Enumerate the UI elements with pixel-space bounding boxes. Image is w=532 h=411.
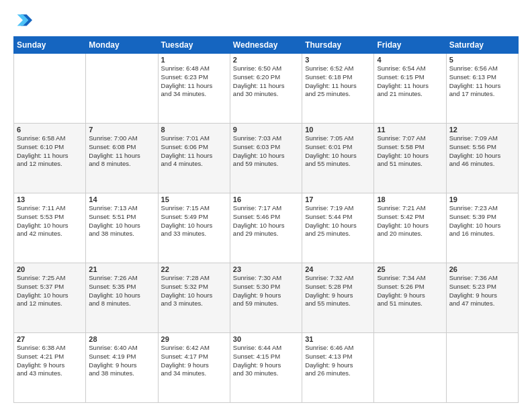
- day-number: 6: [17, 126, 83, 134]
- day-info: Sunrise: 7:00 AM Sunset: 6:08 PM Dayligh…: [89, 134, 154, 169]
- day-info: Sunrise: 6:52 AM Sunset: 6:18 PM Dayligh…: [305, 64, 371, 99]
- day-info: Sunrise: 7:30 AM Sunset: 5:30 PM Dayligh…: [233, 274, 299, 308]
- day-number: 22: [161, 265, 227, 273]
- calendar-cell: 19Sunrise: 7:23 AM Sunset: 5:39 PM Dayli…: [446, 193, 518, 263]
- day-info: Sunrise: 7:19 AM Sunset: 5:44 PM Dayligh…: [305, 204, 371, 238]
- day-number: 20: [17, 265, 83, 273]
- day-number: 17: [305, 195, 371, 203]
- calendar-cell: 26Sunrise: 7:36 AM Sunset: 5:23 PM Dayli…: [446, 263, 518, 333]
- day-number: 18: [377, 195, 443, 203]
- week-row-2: 6Sunrise: 6:58 AM Sunset: 6:10 PM Daylig…: [14, 124, 519, 193]
- calendar-cell: 16Sunrise: 7:17 AM Sunset: 5:46 PM Dayli…: [230, 193, 302, 263]
- day-header-tuesday: Tuesday: [158, 37, 230, 54]
- day-number: 24: [305, 265, 371, 273]
- calendar-cell: 4Sunrise: 6:54 AM Sunset: 6:15 PM Daylig…: [374, 54, 446, 124]
- day-info: Sunrise: 7:28 AM Sunset: 5:32 PM Dayligh…: [161, 274, 227, 308]
- day-number: 19: [449, 195, 515, 203]
- calendar-cell: 2Sunrise: 6:50 AM Sunset: 6:20 PM Daylig…: [230, 54, 302, 124]
- day-number: 1: [161, 56, 227, 64]
- day-info: Sunrise: 6:46 AM Sunset: 4:13 PM Dayligh…: [305, 344, 371, 378]
- day-info: Sunrise: 7:15 AM Sunset: 5:49 PM Dayligh…: [161, 204, 227, 238]
- day-number: 14: [89, 195, 154, 203]
- calendar-cell: 8Sunrise: 7:01 AM Sunset: 6:06 PM Daylig…: [158, 124, 230, 193]
- calendar-table: SundayMondayTuesdayWednesdayThursdayFrid…: [13, 36, 519, 403]
- day-header-friday: Friday: [374, 37, 446, 54]
- week-row-1: 1Sunrise: 6:48 AM Sunset: 6:23 PM Daylig…: [14, 54, 519, 124]
- day-info: Sunrise: 7:07 AM Sunset: 5:58 PM Dayligh…: [377, 134, 443, 169]
- day-header-monday: Monday: [86, 37, 158, 54]
- day-header-sunday: Sunday: [14, 37, 86, 54]
- calendar-cell: 3Sunrise: 6:52 AM Sunset: 6:18 PM Daylig…: [302, 54, 374, 124]
- calendar-cell: 21Sunrise: 7:26 AM Sunset: 5:35 PM Dayli…: [86, 263, 158, 333]
- calendar-cell: 31Sunrise: 6:46 AM Sunset: 4:13 PM Dayli…: [302, 333, 374, 403]
- day-info: Sunrise: 7:25 AM Sunset: 5:37 PM Dayligh…: [17, 274, 83, 308]
- day-number: 16: [233, 195, 299, 203]
- day-number: 12: [449, 126, 515, 134]
- calendar-cell: 22Sunrise: 7:28 AM Sunset: 5:32 PM Dayli…: [158, 263, 230, 333]
- logo-icon: [13, 11, 32, 30]
- calendar-cell: [14, 54, 86, 124]
- calendar-cell: 23Sunrise: 7:30 AM Sunset: 5:30 PM Dayli…: [230, 263, 302, 333]
- day-info: Sunrise: 7:34 AM Sunset: 5:26 PM Dayligh…: [377, 274, 443, 308]
- day-info: Sunrise: 6:58 AM Sunset: 6:10 PM Dayligh…: [17, 134, 83, 169]
- day-info: Sunrise: 7:03 AM Sunset: 6:03 PM Dayligh…: [233, 134, 299, 169]
- day-header-wednesday: Wednesday: [230, 37, 302, 54]
- calendar-cell: 11Sunrise: 7:07 AM Sunset: 5:58 PM Dayli…: [374, 124, 446, 193]
- calendar-cell: 20Sunrise: 7:25 AM Sunset: 5:37 PM Dayli…: [14, 263, 86, 333]
- day-info: Sunrise: 6:50 AM Sunset: 6:20 PM Dayligh…: [233, 64, 299, 99]
- day-number: 27: [17, 335, 83, 343]
- day-header-saturday: Saturday: [446, 37, 518, 54]
- day-number: 2: [233, 56, 299, 64]
- day-info: Sunrise: 7:13 AM Sunset: 5:51 PM Dayligh…: [89, 204, 154, 238]
- day-number: 31: [305, 335, 371, 343]
- day-info: Sunrise: 6:54 AM Sunset: 6:15 PM Dayligh…: [377, 64, 443, 99]
- day-number: 21: [89, 265, 154, 273]
- calendar-cell: [374, 333, 446, 403]
- day-info: Sunrise: 7:36 AM Sunset: 5:23 PM Dayligh…: [449, 274, 515, 308]
- calendar-cell: 30Sunrise: 6:44 AM Sunset: 4:15 PM Dayli…: [230, 333, 302, 403]
- day-number: 9: [233, 126, 299, 134]
- calendar-cell: 25Sunrise: 7:34 AM Sunset: 5:26 PM Dayli…: [374, 263, 446, 333]
- calendar-cell: 29Sunrise: 6:42 AM Sunset: 4:17 PM Dayli…: [158, 333, 230, 403]
- day-info: Sunrise: 7:21 AM Sunset: 5:42 PM Dayligh…: [377, 204, 443, 238]
- week-row-3: 13Sunrise: 7:11 AM Sunset: 5:53 PM Dayli…: [14, 193, 519, 263]
- day-number: 25: [377, 265, 443, 273]
- day-number: 10: [305, 126, 371, 134]
- day-info: Sunrise: 7:23 AM Sunset: 5:39 PM Dayligh…: [449, 204, 515, 238]
- day-info: Sunrise: 7:09 AM Sunset: 5:56 PM Dayligh…: [449, 134, 515, 169]
- calendar-cell: 10Sunrise: 7:05 AM Sunset: 6:01 PM Dayli…: [302, 124, 374, 193]
- day-info: Sunrise: 7:11 AM Sunset: 5:53 PM Dayligh…: [17, 204, 83, 238]
- day-info: Sunrise: 6:44 AM Sunset: 4:15 PM Dayligh…: [233, 344, 299, 378]
- calendar-cell: 1Sunrise: 6:48 AM Sunset: 6:23 PM Daylig…: [158, 54, 230, 124]
- calendar-cell: 7Sunrise: 7:00 AM Sunset: 6:08 PM Daylig…: [86, 124, 158, 193]
- day-info: Sunrise: 6:42 AM Sunset: 4:17 PM Dayligh…: [161, 344, 227, 378]
- day-number: 8: [161, 126, 227, 134]
- header: [13, 11, 519, 30]
- header-row: SundayMondayTuesdayWednesdayThursdayFrid…: [14, 37, 519, 54]
- day-number: 5: [449, 56, 515, 64]
- calendar-cell: 18Sunrise: 7:21 AM Sunset: 5:42 PM Dayli…: [374, 193, 446, 263]
- day-number: 30: [233, 335, 299, 343]
- calendar-cell: 17Sunrise: 7:19 AM Sunset: 5:44 PM Dayli…: [302, 193, 374, 263]
- calendar-cell: 15Sunrise: 7:15 AM Sunset: 5:49 PM Dayli…: [158, 193, 230, 263]
- day-number: 28: [89, 335, 154, 343]
- day-number: 26: [449, 265, 515, 273]
- day-info: Sunrise: 7:17 AM Sunset: 5:46 PM Dayligh…: [233, 204, 299, 238]
- calendar-cell: 27Sunrise: 6:38 AM Sunset: 4:21 PM Dayli…: [14, 333, 86, 403]
- day-number: 23: [233, 265, 299, 273]
- calendar-cell: 13Sunrise: 7:11 AM Sunset: 5:53 PM Dayli…: [14, 193, 86, 263]
- day-number: 11: [377, 126, 443, 134]
- calendar-cell: 12Sunrise: 7:09 AM Sunset: 5:56 PM Dayli…: [446, 124, 518, 193]
- calendar-cell: 9Sunrise: 7:03 AM Sunset: 6:03 PM Daylig…: [230, 124, 302, 193]
- calendar-cell: 14Sunrise: 7:13 AM Sunset: 5:51 PM Dayli…: [86, 193, 158, 263]
- calendar-cell: 5Sunrise: 6:56 AM Sunset: 6:13 PM Daylig…: [446, 54, 518, 124]
- day-info: Sunrise: 6:56 AM Sunset: 6:13 PM Dayligh…: [449, 64, 515, 99]
- day-number: 29: [161, 335, 227, 343]
- day-number: 13: [17, 195, 83, 203]
- day-number: 4: [377, 56, 443, 64]
- calendar-cell: 24Sunrise: 7:32 AM Sunset: 5:28 PM Dayli…: [302, 263, 374, 333]
- day-info: Sunrise: 6:48 AM Sunset: 6:23 PM Dayligh…: [161, 64, 227, 99]
- day-info: Sunrise: 7:05 AM Sunset: 6:01 PM Dayligh…: [305, 134, 371, 169]
- day-info: Sunrise: 7:26 AM Sunset: 5:35 PM Dayligh…: [89, 274, 154, 308]
- calendar-cell: [446, 333, 518, 403]
